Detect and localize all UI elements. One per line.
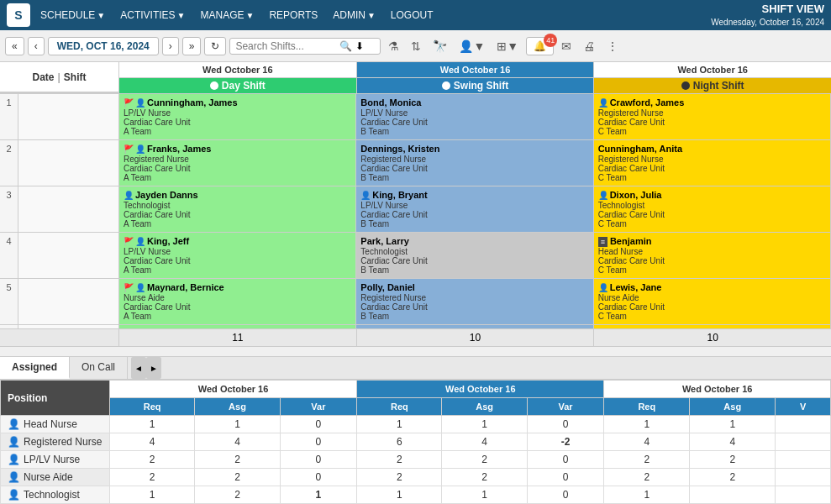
- pos-day-req: 2: [110, 451, 195, 469]
- binoculars-button[interactable]: 🔭: [429, 37, 451, 55]
- next-next-button[interactable]: »: [182, 37, 202, 55]
- pos-night-req-header: Req: [604, 398, 690, 416]
- pos-day-var: 0: [280, 433, 357, 451]
- nav-logout[interactable]: LOGOUT: [386, 6, 439, 24]
- pos-table-subheader-row: Req Asg Var Req Asg Var Req Asg V: [1, 398, 831, 416]
- grid-view-button[interactable]: ⊞▼: [492, 37, 523, 55]
- pos-swing-var: 0: [527, 486, 604, 504]
- nav-schedule[interactable]: SCHEDULE ▼: [35, 6, 110, 24]
- night-shift-label: Night Shift: [693, 80, 744, 92]
- day-shift-cell[interactable]: 🚩👤King, Jeff LP/LV Nurse Cardiac Care Un…: [119, 233, 356, 278]
- day-shift-cell[interactable]: 👤Maynard, Onie: [119, 325, 356, 328]
- day-shift-cell[interactable]: 🚩👤Cunningham, James LP/LV Nurse Cardiac …: [119, 94, 356, 139]
- person-icon: 👤: [135, 98, 145, 108]
- night-total: 10: [594, 329, 831, 346]
- swing-shift-cell[interactable]: Dennings, Kristen Registered Nurse Cardi…: [356, 140, 593, 186]
- pos-swing-req: 2: [357, 469, 442, 486]
- view-label: SHIFT VIEW Wednesday, October 16, 2024: [711, 3, 824, 28]
- pos-swing-asg: 1: [442, 486, 527, 504]
- pos-night-req: 1: [604, 486, 690, 504]
- pos-swing-var: 0: [527, 469, 604, 486]
- night-shift-cell[interactable]: Martin, Patricia: [594, 325, 831, 328]
- list-icon: ≡: [598, 237, 607, 247]
- search-input[interactable]: [235, 40, 336, 52]
- day-shift-cell[interactable]: 👤Jayden Danns Technologist Cardiac Care …: [119, 186, 356, 232]
- filter-button[interactable]: ⚗: [384, 37, 403, 55]
- nav-activities[interactable]: ACTIVITIES ▼: [115, 6, 190, 24]
- pos-head-nurse: 👤Head Nurse: [1, 416, 110, 433]
- night-shift-cell[interactable]: ≡Benjamin Head Nurse Cardiac Care Unit C…: [594, 233, 831, 278]
- date-info-cell: [18, 140, 119, 186]
- row-number: 1: [0, 94, 18, 139]
- pos-day-var: 1: [280, 486, 357, 504]
- swing-shift-cell[interactable]: Bond, Monica LP/LV Nurse Cardiac Care Un…: [356, 94, 593, 139]
- pos-swing-asg: 4: [442, 433, 527, 451]
- pos-position-header: Position: [1, 381, 110, 416]
- pos-night-asg: 4: [690, 433, 776, 451]
- swing-shift-header-col: Wed October 16 Swing Shift: [357, 62, 595, 93]
- notification-button[interactable]: 🔔 41: [526, 37, 554, 55]
- night-shift-cell[interactable]: 👤Lewis, Jane Nurse Aide Cardiac Care Uni…: [594, 279, 831, 324]
- person-icon: 👤: [135, 144, 145, 154]
- pos-day-var-header: Var: [280, 398, 357, 416]
- day-shift-cell[interactable]: 🚩👤Maynard, Bernice Nurse Aide Cardiac Ca…: [119, 279, 356, 324]
- mail-button[interactable]: ✉: [557, 37, 576, 55]
- nav-admin[interactable]: ADMIN ▼: [328, 6, 381, 24]
- nav-manage-chevron: ▼: [246, 11, 255, 20]
- refresh-button[interactable]: ↻: [204, 37, 226, 55]
- swing-shift-cell[interactable]: 👤King, Bryant LP/LV Nurse Cardiac Care U…: [356, 186, 593, 232]
- date-info-cell: [18, 233, 119, 278]
- night-shift-cell[interactable]: 👤Crawford, James Registered Nurse Cardia…: [594, 94, 831, 139]
- next-button[interactable]: ›: [162, 37, 179, 55]
- pos-table-row: 👤Head Nurse 1 1 0 1 1 0 1 1: [1, 416, 831, 433]
- person-icon: 👤: [360, 191, 371, 200]
- nav-manage[interactable]: MANAGE ▼: [196, 6, 260, 24]
- position-col-next[interactable]: ►: [146, 357, 161, 379]
- prev-button[interactable]: ‹: [28, 37, 45, 55]
- swing-shift-label: Swing Shift: [454, 80, 508, 92]
- swing-total: 10: [357, 329, 595, 346]
- more-button[interactable]: ⋮: [602, 37, 623, 55]
- tab-oncall[interactable]: On Call: [70, 357, 128, 379]
- pos-swing-asg-header: Asg: [442, 398, 527, 416]
- pos-day-req: 4: [110, 433, 195, 451]
- pos-night-var: [776, 433, 831, 451]
- tab-assigned[interactable]: Assigned: [0, 357, 70, 379]
- date-info-cell: [18, 94, 119, 139]
- day-shift-cell[interactable]: 🚩👤Franks, James Registered Nurse Cardiac…: [119, 140, 356, 186]
- date-display: WED, OCT 16, 2024: [48, 37, 159, 55]
- nav-schedule-chevron: ▼: [97, 11, 105, 20]
- night-shift-cell[interactable]: 👤Dixon, Julia Technologist Cardiac Care …: [594, 186, 831, 232]
- night-shift-cell[interactable]: Cunningham, Anita Registered Nurse Cardi…: [594, 140, 831, 186]
- swing-shift-cell-grayed[interactable]: Park, Larry Technologist Cardiac Care Un…: [356, 233, 593, 278]
- main-grid: Date | Shift Wed October 16 Day Shift We…: [0, 62, 831, 504]
- pos-swing-req: 1: [357, 416, 442, 433]
- search-dropdown-icon[interactable]: ⬇: [355, 40, 364, 52]
- position-col-prev[interactable]: ◄: [131, 357, 146, 379]
- swing-shift-cell[interactable]: Polly, Daniel Registered Nurse Cardiac C…: [356, 279, 593, 324]
- position-table-wrap: Position Wed October 16 Wed October 16 W…: [0, 380, 831, 504]
- person-add-button[interactable]: 👤▼: [455, 37, 489, 55]
- print-button[interactable]: 🖨: [579, 37, 599, 55]
- pos-table-row: 👤LP/LV Nurse 2 2 0 2 2 0 2 2: [1, 451, 831, 469]
- horizontal-scroll[interactable]: [0, 346, 831, 356]
- pos-day-var: 0: [280, 469, 357, 486]
- pos-table-row: 👤Nurse Aide 2 2 0 2 2 0 2 2: [1, 469, 831, 486]
- totals-label-cell: [0, 329, 119, 346]
- pos-night-var: [776, 486, 831, 504]
- pos-day-req: 2: [110, 469, 195, 486]
- pos-day-req-header: Req: [110, 398, 195, 416]
- sort-button[interactable]: ⇅: [407, 37, 425, 55]
- technologist-icon: 👤: [8, 489, 20, 501]
- nav-reports[interactable]: REPORTS: [264, 6, 323, 24]
- table-row: 3 👤Jayden Danns Technologist Cardiac Car…: [0, 186, 831, 233]
- prev-prev-button[interactable]: «: [5, 37, 24, 55]
- pos-day-req: 1: [110, 416, 195, 433]
- pos-lplv-nurse: 👤LP/LV Nurse: [1, 451, 110, 469]
- date-shift-col-header: Date | Shift: [0, 62, 119, 93]
- table-row: 6 👤Maynard, Onie Polly, Wesley Martin, P…: [0, 325, 831, 328]
- person-icon: 👤: [124, 191, 134, 200]
- swing-shift-cell[interactable]: Polly, Wesley: [356, 325, 593, 328]
- date-col-label: Date: [32, 71, 54, 83]
- pos-night-req: 2: [604, 469, 690, 486]
